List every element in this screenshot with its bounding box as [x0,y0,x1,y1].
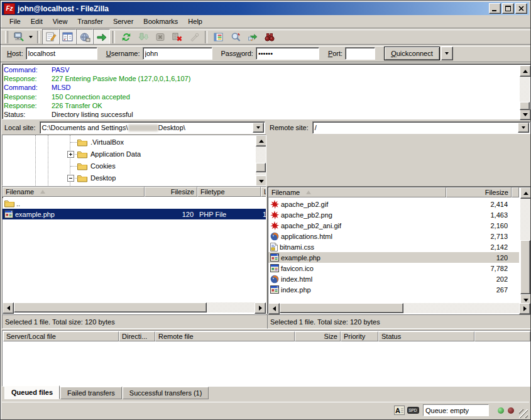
file-row-applications-html[interactable]: applications.html2,713 [268,231,519,241]
scroll-thumb[interactable] [280,303,403,313]
menu-item-transfer[interactable]: Transfer [72,16,108,26]
ascii-datatype-icon[interactable]: A [394,406,405,415]
file-row-bitnami-css[interactable]: bitnami.css2,142 [268,241,519,252]
toggle-queue-button[interactable] [93,29,110,45]
queue-column-status[interactable]: Status [378,331,474,341]
maximize-button[interactable] [502,3,514,14]
remote-list-vscrollbar[interactable] [520,187,530,303]
queue-column-priority[interactable]: Priority [341,331,378,341]
scroll-track[interactable] [14,302,255,312]
scroll-down-button[interactable] [520,109,531,120]
reconnect-button[interactable] [185,29,202,45]
process-queue-button[interactable] [134,29,151,45]
menu-item-help[interactable]: Help [183,16,207,26]
scroll-up-button[interactable] [520,187,531,199]
local-column-filename[interactable]: Filename [3,187,145,197]
local-column-filetype[interactable]: Filetype [197,187,261,197]
password-field[interactable] [256,47,319,60]
file-row-favicon-ico[interactable]: favicon.ico7,782 [268,263,519,274]
queue-column-remote-file[interactable]: Remote file [155,331,295,341]
local-tree-vscrollbar[interactable] [256,135,266,185]
tree-item-cookies[interactable]: Cookies [3,160,266,172]
combo-dropdown-icon[interactable] [518,123,529,133]
file-row-apache-pb2-gif[interactable]: apache_pb2.gif2,414 [268,199,519,209]
scroll-track[interactable] [520,199,530,294]
scroll-right-button[interactable] [255,302,266,314]
scroll-up-button[interactable] [520,65,531,77]
local-column-filesize[interactable]: Filesize [145,187,197,197]
queue-column-server-local-file[interactable]: Server/Local file [3,331,119,341]
local-site-combobox[interactable]: C:\Documents and Settings\Desktop\ [40,121,265,134]
tree-item-desktop[interactable]: Desktop [3,172,266,184]
menu-item-view[interactable]: View [48,16,73,26]
css-file-icon [270,243,278,251]
message-log[interactable]: Command:PASVResponse:227 Entering Passiv… [2,64,531,119]
scroll-thumb[interactable] [520,240,530,294]
scroll-left-button[interactable] [268,303,280,314]
combo-dropdown-icon[interactable] [253,123,264,133]
toolbar-grip[interactable] [5,31,8,43]
file-row-example-php[interactable]: example.php120 [268,252,519,263]
local-tree-view[interactable]: .VirtualBoxApplication DataCookiesDeskto… [2,135,266,186]
port-field[interactable] [345,47,375,60]
scroll-right-button[interactable] [519,303,530,314]
remote-column-filename[interactable]: Filename [268,187,446,197]
file-row-apache-pb2-png[interactable]: apache_pb2.png1,463 [268,209,519,220]
close-button[interactable] [515,3,527,14]
tree-item-virtualbox[interactable]: .VirtualBox [3,136,266,148]
site-manager-button[interactable] [10,29,27,45]
collapse-icon[interactable] [67,175,74,182]
remote-site-combobox[interactable]: / [312,121,530,134]
scroll-thumb[interactable] [14,302,207,312]
scroll-down-button[interactable] [256,175,266,186]
message-log-vscrollbar[interactable] [520,65,530,118]
local-list-hscrollbar[interactable] [3,302,266,312]
file-row-index-php[interactable]: index.php267 [268,284,519,295]
filter-button[interactable] [210,29,227,45]
refresh-button[interactable] [118,29,134,45]
tab-queued-files[interactable]: Queued files [4,385,60,399]
resize-grip[interactable] [519,409,528,418]
toggle-remote-tree-button[interactable] [76,29,93,45]
queue-column-size[interactable]: Size [295,331,341,341]
site-manager-button-dropdown[interactable] [27,30,35,44]
menu-item-file[interactable]: File [4,16,26,26]
scroll-left-button[interactable] [3,302,14,314]
cancel-button[interactable] [151,29,168,45]
compare-button[interactable] [227,29,244,45]
menu-item-server[interactable]: Server [108,16,138,26]
quickconnect-button[interactable]: Quickconnect [384,47,440,60]
tab-successful-transfers-1[interactable]: Successful transfers (1) [123,387,209,399]
scroll-track[interactable] [520,77,530,109]
menu-item-bookmarks[interactable]: Bookmarks [138,16,183,26]
scroll-track[interactable] [256,146,266,175]
menu-item-edit[interactable]: Edit [26,16,48,26]
local-column-l[interactable]: L [261,187,266,197]
toggle-local-tree-button[interactable] [59,29,76,45]
toggle-message-log-button[interactable] [42,29,59,45]
file-row-[interactable]: .. [3,198,266,209]
quickconnect-dropdown[interactable] [441,47,453,60]
minimize-button[interactable] [489,3,501,14]
scroll-track[interactable] [280,303,519,313]
disconnect-button[interactable] [168,29,185,45]
scroll-thumb[interactable] [520,102,530,110]
expand-icon[interactable] [67,151,74,158]
remote-column-filesize[interactable]: Filesize [446,187,512,197]
title-bar[interactable]: Fz john@localhost - FileZilla [2,2,529,15]
scroll-up-button[interactable] [256,135,266,146]
speed-limits-icon[interactable]: SPD [407,407,419,414]
sync-browsing-button[interactable] [244,29,261,45]
username-field[interactable] [143,47,212,60]
host-field[interactable] [26,47,97,60]
tree-item-application-data[interactable]: Application Data [3,148,266,160]
scroll-thumb[interactable] [256,163,266,172]
queue-body[interactable] [3,343,530,385]
file-row-index-html[interactable]: index.html202 [268,274,519,284]
find-files-button[interactable] [261,29,278,45]
remote-list-hscrollbar[interactable] [268,303,530,313]
queue-column-directi[interactable]: Directi... [119,331,155,341]
tab-failed-transfers[interactable]: Failed transfers [60,387,122,399]
file-row-apache-pb2-ani-gif[interactable]: apache_pb2_ani.gif2,160 [268,220,519,231]
file-row-example-php[interactable]: example.php120PHP File1 [3,209,266,219]
